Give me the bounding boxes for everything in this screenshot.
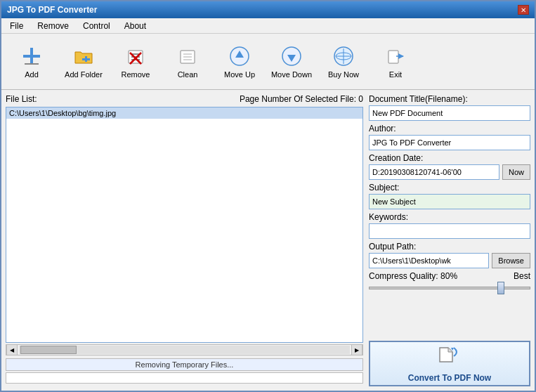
scrollbar-track[interactable] <box>19 346 350 354</box>
left-panel: File List: Page Number Of Selected File:… <box>6 94 363 386</box>
add-label: Add <box>25 70 39 79</box>
subject-label: Subject: <box>369 183 530 192</box>
move-up-button[interactable]: Move Up <box>215 39 264 84</box>
compress-quality-field: Compress Quality: 80% Best <box>369 271 530 295</box>
output-path-field: Output Path: Browse <box>369 242 530 268</box>
remove-icon <box>124 45 147 67</box>
keywords-input[interactable] <box>369 223 530 239</box>
add-folder-icon <box>72 45 95 67</box>
svg-rect-26 <box>388 51 398 63</box>
file-list-label: File List: <box>6 94 37 104</box>
menu-file[interactable]: File <box>4 20 29 32</box>
doc-title-label: Document Title(Filename): <box>369 94 530 104</box>
convert-button[interactable]: Convert To PDF Now <box>369 341 530 386</box>
quality-slider-track[interactable] <box>369 287 530 289</box>
doc-title-field: Document Title(Filename): <box>369 94 530 121</box>
move-up-icon <box>228 45 251 67</box>
main-content: File List: Page Number Of Selected File:… <box>1 90 535 391</box>
remove-button[interactable]: Remove <box>111 39 160 84</box>
main-window: JPG To PDF Converter ✕ File Remove Contr… <box>0 0 536 392</box>
exit-button[interactable]: Exit <box>371 39 420 84</box>
buy-now-icon <box>332 45 355 67</box>
quality-slider-thumb[interactable] <box>497 282 504 294</box>
now-button[interactable]: Now <box>502 164 530 180</box>
output-path-label: Output Path: <box>369 242 530 251</box>
file-list[interactable]: C:\Users\1\Desktop\bg\timg.jpg <box>6 107 363 343</box>
scroll-right-arrow[interactable]: ▶ <box>351 344 362 355</box>
subject-input[interactable] <box>369 194 530 209</box>
author-field: Author: <box>369 124 530 150</box>
clean-label: Clean <box>178 70 198 79</box>
keywords-label: Keywords: <box>369 212 530 222</box>
browse-button[interactable]: Browse <box>492 253 530 268</box>
creation-date-field: Creation Date: Now <box>369 153 530 180</box>
compress-row: Compress Quality: 80% Best <box>369 271 530 281</box>
exit-label: Exit <box>389 70 402 79</box>
menu-control[interactable]: Control <box>77 20 116 32</box>
creation-date-row: Now <box>369 164 530 180</box>
clean-button[interactable]: Clean <box>163 39 212 84</box>
list-item[interactable]: C:\Users\1\Desktop\bg\timg.jpg <box>6 107 362 119</box>
compress-label: Compress Quality: 80% <box>369 271 457 281</box>
add-button[interactable]: Add <box>7 39 56 84</box>
scroll-left-arrow[interactable]: ◀ <box>6 344 18 355</box>
move-up-label: Move Up <box>224 70 255 79</box>
convert-icon <box>437 345 462 370</box>
remove-label: Remove <box>122 70 150 79</box>
subject-field: Subject: <box>369 183 530 209</box>
svg-rect-1 <box>23 55 40 58</box>
creation-date-label: Creation Date: <box>369 153 530 163</box>
svg-rect-4 <box>82 58 90 60</box>
buy-now-label: Buy Now <box>328 70 359 79</box>
svg-marker-29 <box>451 348 454 351</box>
author-label: Author: <box>369 124 530 133</box>
move-down-button[interactable]: Move Down <box>267 39 316 84</box>
buy-now-button[interactable]: Buy Now <box>319 39 368 84</box>
add-folder-label: Add Folder <box>65 70 103 79</box>
add-folder-button[interactable]: Add Folder <box>59 39 108 84</box>
svg-rect-2 <box>25 63 39 65</box>
title-bar: JPG To PDF Converter ✕ <box>1 1 535 18</box>
close-button[interactable]: ✕ <box>518 5 529 15</box>
clean-icon <box>176 45 199 67</box>
move-down-label: Move Down <box>271 70 312 79</box>
status-bar: Removing Temporary Files... <box>6 358 363 386</box>
horizontal-scrollbar[interactable]: ◀ ▶ <box>6 344 363 355</box>
output-path-input[interactable] <box>369 253 489 268</box>
menu-bar: File Remove Control About <box>1 18 535 34</box>
window-title: JPG To PDF Converter <box>7 5 97 15</box>
menu-about[interactable]: About <box>119 20 152 32</box>
creation-date-input[interactable] <box>369 164 499 180</box>
slider-container <box>369 281 530 295</box>
author-input[interactable] <box>369 135 530 150</box>
progress-bar <box>6 372 363 384</box>
menu-remove[interactable]: Remove <box>32 20 74 32</box>
convert-label: Convert To PDF Now <box>408 373 491 383</box>
toolbar: Add Add Folder <box>1 34 535 90</box>
doc-title-input[interactable] <box>369 105 530 121</box>
page-number-label: Page Number Of Selected File: 0 <box>240 94 363 104</box>
move-down-icon <box>280 45 303 67</box>
file-list-header: File List: Page Number Of Selected File:… <box>6 94 363 104</box>
right-panel: Document Title(Filename): Author: Creati… <box>369 94 530 386</box>
add-icon <box>20 45 43 67</box>
keywords-field: Keywords: <box>369 212 530 239</box>
compress-best-label: Best <box>514 271 530 281</box>
exit-icon <box>384 45 407 67</box>
status-text: Removing Temporary Files... <box>6 358 363 371</box>
output-path-row: Browse <box>369 253 530 268</box>
